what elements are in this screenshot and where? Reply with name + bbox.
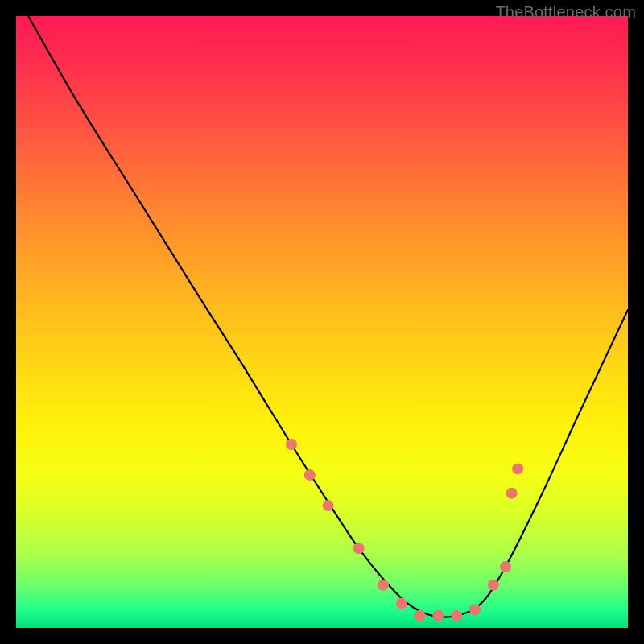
chart-frame: TheBottleneck.com bbox=[0, 0, 644, 644]
curve-marker bbox=[378, 580, 389, 591]
marker-group bbox=[286, 439, 523, 621]
plot-area bbox=[16, 16, 628, 628]
curve-marker bbox=[304, 469, 316, 481]
curve-marker bbox=[353, 543, 365, 554]
curve-marker bbox=[286, 439, 297, 450]
watermark-text: TheBottleneck.com bbox=[495, 3, 636, 22]
curve-marker bbox=[488, 580, 499, 591]
curve-layer bbox=[16, 16, 628, 628]
curve-marker bbox=[469, 604, 481, 615]
curve-marker bbox=[323, 500, 334, 511]
curve-marker bbox=[500, 561, 511, 572]
curve-marker bbox=[415, 610, 426, 621]
curve-marker bbox=[432, 610, 444, 621]
bottleneck-curve bbox=[28, 16, 628, 617]
curve-marker bbox=[396, 598, 407, 609]
curve-marker bbox=[512, 463, 523, 474]
curve-marker bbox=[451, 610, 462, 621]
curve-marker bbox=[506, 488, 518, 499]
